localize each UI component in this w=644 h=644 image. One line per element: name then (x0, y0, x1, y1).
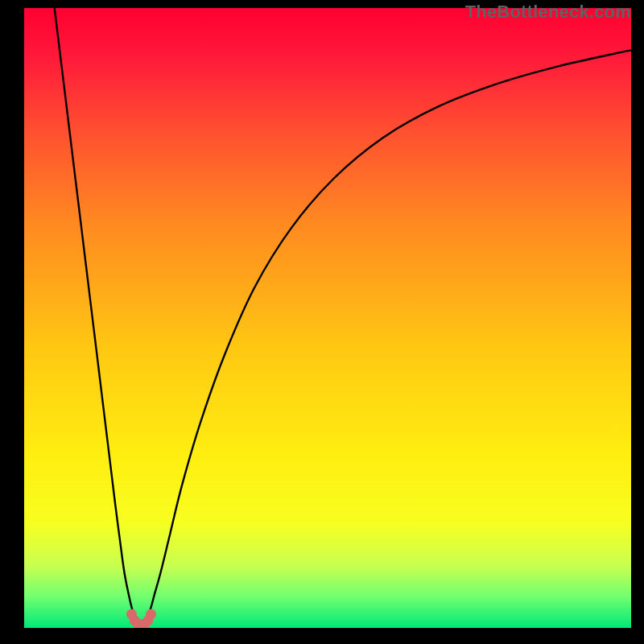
valley-dot (146, 609, 156, 620)
chart-frame: TheBottleneck.com (0, 0, 644, 644)
watermark-text: TheBottleneck.com (465, 2, 631, 23)
plot-background (24, 8, 631, 628)
bottleneck-chart (24, 8, 631, 628)
